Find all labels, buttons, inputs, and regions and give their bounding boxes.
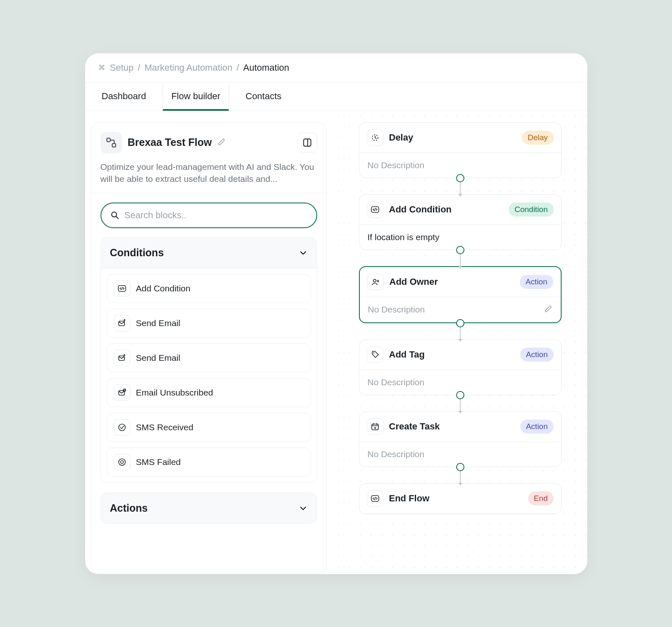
group-actions-header[interactable]: Actions <box>101 493 317 523</box>
node-title: Create Task <box>389 421 440 432</box>
node-connector <box>456 246 464 270</box>
flow-header: Brexaa Test Flow Optimize your lead-mana… <box>91 123 326 194</box>
pencil-icon <box>218 138 226 146</box>
canvas[interactable]: Delay Delay No Description Add Condition… <box>333 111 587 574</box>
chevron-down-icon <box>299 504 308 513</box>
connector-arrow-icon <box>458 483 462 486</box>
user-plus-icon <box>367 274 384 290</box>
search-icon <box>110 211 120 220</box>
node-body-text: No Description <box>368 377 425 387</box>
mail-block-icon <box>114 384 130 401</box>
block-item[interactable]: Email Unsubscribed <box>107 378 311 407</box>
flow-node[interactable]: Create Task Action No Description <box>359 411 562 467</box>
flow-node[interactable]: Add Condition Condition If location is e… <box>359 194 562 250</box>
puzzle-icon <box>98 64 106 72</box>
connector-dot-icon <box>456 174 464 182</box>
node-connector <box>456 319 464 343</box>
block-item[interactable]: Add Condition <box>107 274 311 303</box>
block-item-label: Add Condition <box>136 284 191 293</box>
edit-title-button[interactable] <box>218 138 226 148</box>
node-title: End Flow <box>389 493 430 504</box>
node-head: Delay Delay <box>359 123 561 153</box>
flow-title: Brexaa Test Flow <box>128 136 212 148</box>
mail-up-icon <box>114 315 130 331</box>
breadcrumb-setup[interactable]: Setup <box>110 62 134 73</box>
node-head: Add Condition Condition <box>359 195 561 225</box>
sidebar: Brexaa Test Flow Optimize your lead-mana… <box>91 122 327 574</box>
node-badge: Action <box>520 420 554 434</box>
node-connector <box>456 463 464 487</box>
group-actions: Actions <box>100 493 317 524</box>
node-head: Add Owner Action <box>360 267 561 297</box>
node-title: Add Tag <box>389 349 425 360</box>
node-body-text: No Description <box>368 449 425 459</box>
block-item[interactable]: SMS Failed <box>107 448 311 477</box>
connector-arrow-icon <box>458 194 462 197</box>
flow-node[interactable]: Delay Delay No Description <box>359 122 562 178</box>
code-icon <box>367 490 383 507</box>
search-input[interactable] <box>124 210 307 221</box>
node-body-text: No Description <box>368 160 425 170</box>
connector-arrow-icon <box>458 339 462 342</box>
node-head: Create Task Action <box>359 412 561 442</box>
app-window: Setup / Marketing Automation / Automatio… <box>85 53 587 574</box>
node-title: Delay <box>389 132 414 143</box>
block-item[interactable]: Send Email <box>107 309 311 338</box>
node-title: Add Owner <box>390 277 438 287</box>
code-icon <box>367 201 383 218</box>
tag-icon <box>367 346 383 363</box>
tabs: Dashboard Flow builder Contacts <box>85 83 587 111</box>
flow-node[interactable]: Add Owner Action No Description <box>359 266 562 323</box>
block-item[interactable]: SMS Received <box>107 413 311 442</box>
group-conditions-body: Add Condition Send Email Send Email Emai… <box>101 268 317 482</box>
tab-flow-builder[interactable]: Flow builder <box>163 83 229 111</box>
search-blocks[interactable] <box>100 203 317 228</box>
mail-plus-icon <box>114 350 130 366</box>
breadcrumb-marketing-automation[interactable]: Marketing Automation <box>144 62 232 73</box>
node-body: No Description <box>360 297 561 322</box>
pencil-icon <box>544 305 552 313</box>
node-body-text: If location is empty <box>368 232 440 242</box>
connector-arrow-icon <box>458 411 462 414</box>
calendar-plus-icon <box>367 418 383 435</box>
group-conditions-header[interactable]: Conditions <box>101 238 317 268</box>
flow-icon <box>100 132 122 153</box>
block-item[interactable]: Send Email <box>107 343 311 372</box>
node-badge: End <box>528 491 554 505</box>
connector-dot-icon <box>456 319 464 327</box>
code-icon <box>114 280 130 297</box>
tab-dashboard[interactable]: Dashboard <box>98 83 151 110</box>
node-badge: Delay <box>522 131 554 145</box>
node-head: Add Tag Action <box>359 340 561 370</box>
check-circle-icon <box>114 419 130 436</box>
group-actions-title: Actions <box>110 502 148 514</box>
clock-icon <box>367 129 383 146</box>
breadcrumb: Setup / Marketing Automation / Automatio… <box>85 53 587 83</box>
layout-icon <box>302 138 312 148</box>
target-icon <box>114 454 130 470</box>
node-connector <box>456 391 464 415</box>
node-badge: Action <box>520 348 554 362</box>
node-badge: Action <box>520 275 553 289</box>
node-title: Add Condition <box>389 204 452 215</box>
edit-node-button[interactable] <box>544 305 552 315</box>
node-badge: Condition <box>509 203 553 217</box>
block-item-label: SMS Received <box>136 422 194 432</box>
flow-node[interactable]: Add Tag Action No Description <box>359 339 562 395</box>
tab-contacts[interactable]: Contacts <box>242 83 286 110</box>
connector-arrow-icon <box>458 266 462 269</box>
node-connector <box>456 174 464 198</box>
flow-node[interactable]: End Flow End <box>359 483 562 514</box>
block-item-label: Send Email <box>136 353 180 363</box>
block-item-label: Email Unsubscribed <box>136 388 213 398</box>
breadcrumb-current: Automation <box>243 62 289 73</box>
node-body-text: No Description <box>368 305 425 315</box>
group-conditions: Conditions Add Condition Send Email Send… <box>100 237 317 483</box>
connector-dot-icon <box>456 246 464 254</box>
chevron-down-icon <box>299 248 308 257</box>
flow-description: Optimize your lead-management with AI an… <box>100 161 317 185</box>
connector-dot-icon <box>456 391 464 399</box>
block-item-label: SMS Failed <box>136 457 181 467</box>
connector-dot-icon <box>456 463 464 471</box>
layout-toggle-button[interactable] <box>297 133 317 153</box>
